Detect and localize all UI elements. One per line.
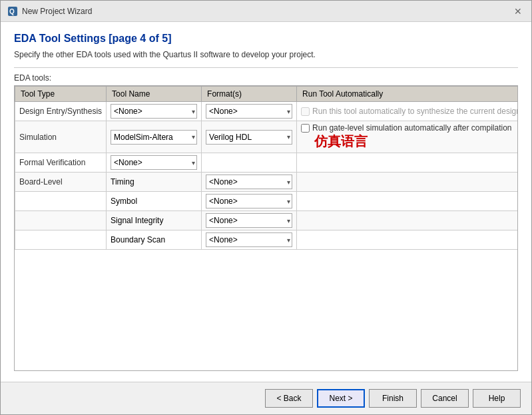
- format-select-wrapper-timing[interactable]: <None>: [206, 175, 292, 189]
- window-title: New Project Wizard: [22, 7, 92, 16]
- run-tool-formal: [297, 153, 518, 173]
- tool-type-board: Board-Level: [15, 173, 107, 192]
- tool-name-simulation[interactable]: <None> ModelSim-Altera ModelSim: [107, 121, 202, 153]
- table-row: Simulation <None> ModelSim-Altera ModelS…: [15, 121, 519, 153]
- tool-name-select-wrapper-formal[interactable]: <None>: [111, 155, 197, 170]
- svg-text:Q: Q: [9, 8, 15, 15]
- finish-button[interactable]: Finish: [369, 389, 417, 408]
- tool-name-select-formal[interactable]: <None>: [111, 155, 197, 170]
- run-tool-text-sim: Run gate-level simulation automatically …: [312, 123, 511, 133]
- run-tool-checkbox-sim[interactable]: [301, 124, 310, 133]
- format-select-boundary[interactable]: <None>: [206, 232, 292, 247]
- footer: < Back Next > Finish Cancel Help: [1, 382, 531, 414]
- format-timing[interactable]: <None>: [202, 173, 297, 192]
- tool-name-symbol: Symbol: [107, 192, 202, 211]
- run-tool-simulation: Run gate-level simulation automatically …: [297, 121, 518, 153]
- tool-type-simulation: Simulation: [15, 121, 107, 153]
- run-tool-timing: [297, 173, 518, 192]
- run-tool-signal-integrity: [297, 211, 518, 230]
- col-header-tool-type: Tool Type: [15, 87, 107, 102]
- section-label: EDA tools:: [14, 73, 518, 83]
- titlebar-left: Q New Project Wizard: [7, 6, 92, 17]
- table-row: Signal Integrity <None>: [15, 211, 519, 230]
- tool-name-formal[interactable]: <None>: [107, 153, 202, 173]
- main-content: EDA Tool Settings [page 4 of 5] Specify …: [1, 22, 531, 382]
- page-title: EDA Tool Settings [page 4 of 5]: [14, 33, 518, 45]
- next-button[interactable]: Next >: [317, 389, 365, 408]
- format-select-wrapper-boundary[interactable]: <None>: [206, 232, 292, 247]
- tool-name-boundary-scan: Boundary Scan: [107, 230, 202, 250]
- format-symbol[interactable]: <None>: [202, 192, 297, 211]
- format-select-wrapper-sim[interactable]: Verilog HDL VHDL: [206, 130, 292, 145]
- format-select-wrapper-symbol[interactable]: <None>: [206, 194, 292, 208]
- eda-tools-table-container: Tool Type Tool Name Format(s) Run Tool A…: [14, 85, 518, 371]
- run-tool-checkbox-design[interactable]: [301, 107, 310, 116]
- format-select-sim[interactable]: Verilog HDL VHDL: [206, 130, 292, 145]
- format-select-timing[interactable]: <None>: [206, 175, 292, 189]
- table-row: Boundary Scan <None>: [15, 230, 519, 250]
- app-icon: Q: [7, 6, 18, 17]
- format-select-wrapper-design[interactable]: <None>: [206, 104, 292, 119]
- run-tool-design-entry: Run this tool automatically to synthesiz…: [297, 102, 518, 121]
- tool-type-formal: Formal Verification: [15, 153, 107, 173]
- back-button[interactable]: < Back: [265, 389, 313, 408]
- format-signal-integrity[interactable]: <None>: [202, 211, 297, 230]
- format-formal: [202, 153, 297, 173]
- tool-name-signal-integrity: Signal Integrity: [107, 211, 202, 230]
- format-select-signal[interactable]: <None>: [206, 213, 292, 228]
- help-button[interactable]: Help: [473, 389, 521, 408]
- tool-type-empty-3: [15, 230, 107, 250]
- tool-name-select-design[interactable]: <None>: [111, 104, 197, 119]
- run-tool-label-sim[interactable]: Run gate-level simulation automatically …: [301, 123, 518, 133]
- table-row: Symbol <None>: [15, 192, 519, 211]
- tool-name-select-sim[interactable]: <None> ModelSim-Altera ModelSim: [111, 130, 197, 145]
- tool-type-empty-2: [15, 211, 107, 230]
- tool-name-select-wrapper-design[interactable]: <None>: [111, 104, 197, 119]
- col-header-tool-name: Tool Name: [107, 87, 202, 102]
- table-row: Formal Verification <None>: [15, 153, 519, 173]
- eda-tools-table: Tool Type Tool Name Format(s) Run Tool A…: [15, 86, 518, 250]
- run-tool-label-design[interactable]: Run this tool automatically to synthesiz…: [301, 107, 518, 116]
- cancel-button[interactable]: Cancel: [421, 389, 469, 408]
- run-tool-text-design: Run this tool automatically to synthesiz…: [312, 107, 518, 116]
- format-select-wrapper-signal[interactable]: <None>: [206, 213, 292, 228]
- table-row: Board-Level Timing <None>: [15, 173, 519, 192]
- format-design-entry[interactable]: <None>: [202, 102, 297, 121]
- main-window: Q New Project Wizard ✕ EDA Tool Settings…: [0, 0, 532, 415]
- run-tool-boundary-scan: [297, 230, 518, 250]
- col-header-format: Format(s): [202, 87, 297, 102]
- run-tool-symbol: [297, 192, 518, 211]
- col-header-run-tool: Run Tool Automatically: [297, 87, 518, 102]
- titlebar: Q New Project Wizard ✕: [1, 1, 531, 22]
- tool-name-select-wrapper-sim[interactable]: <None> ModelSim-Altera ModelSim: [111, 130, 197, 145]
- description: Specify the other EDA tools used with th…: [14, 50, 518, 59]
- format-simulation[interactable]: Verilog HDL VHDL: [202, 121, 297, 153]
- table-row: Design Entry/Synthesis <None>: [15, 102, 519, 121]
- table-header-row: Tool Type Tool Name Format(s) Run Tool A…: [15, 87, 519, 102]
- format-select-symbol[interactable]: <None>: [206, 194, 292, 208]
- tool-name-design-entry[interactable]: <None>: [107, 102, 202, 121]
- annotation-simulation: 仿真语言: [314, 134, 368, 149]
- tool-type-design-entry: Design Entry/Synthesis: [15, 102, 107, 121]
- format-boundary-scan[interactable]: <None>: [202, 230, 297, 250]
- format-select-design[interactable]: <None>: [206, 104, 292, 119]
- tool-name-timing: Timing: [107, 173, 202, 192]
- tool-type-empty-1: [15, 192, 107, 211]
- divider: [14, 67, 518, 68]
- close-button[interactable]: ✕: [511, 5, 525, 18]
